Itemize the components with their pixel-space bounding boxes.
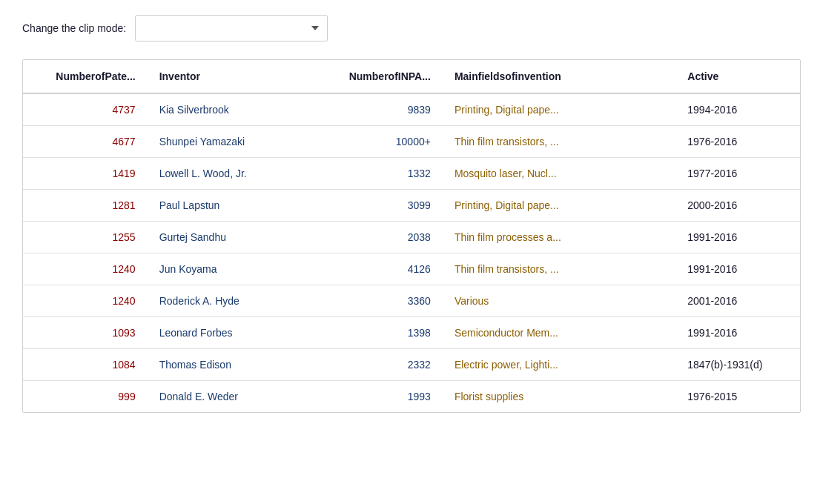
- cell-active: 1976-2016: [675, 126, 800, 158]
- table-body: 4737Kia Silverbrook9839Printing, Digital…: [23, 93, 800, 412]
- table-row: 1281Paul Lapstun3099Printing, Digital pa…: [23, 190, 800, 222]
- clip-mode-select-wrapper: [135, 15, 328, 42]
- cell-num-patents: 1240: [23, 253, 148, 285]
- cell-active: 1991-2016: [675, 317, 800, 349]
- cell-fields: Thin film processes a...: [443, 222, 675, 253]
- cell-inventor: Gurtej Sandhu: [148, 222, 303, 253]
- cell-fields: Printing, Digital pape...: [443, 93, 675, 126]
- table-row: 4677Shunpei Yamazaki10000+Thin film tran…: [23, 126, 800, 158]
- cell-num-inpa: 1332: [303, 158, 443, 190]
- cell-active: 1994-2016: [675, 93, 800, 126]
- cell-inventor: Lowell L. Wood, Jr.: [148, 158, 303, 190]
- col-header-fields: Mainfieldsofinvention: [443, 60, 675, 93]
- table-row: 1240Roderick A. Hyde3360Various2001-2016: [23, 285, 800, 317]
- cell-inventor: Paul Lapstun: [148, 190, 303, 222]
- cell-fields: Florist supplies: [443, 381, 675, 413]
- col-header-active: Active: [675, 60, 800, 93]
- data-table-container: NumberofPate... Inventor NumberofINPA...…: [22, 59, 801, 413]
- table-row: 1419Lowell L. Wood, Jr.1332Mosquito lase…: [23, 158, 800, 190]
- cell-num-inpa: 4126: [303, 253, 443, 285]
- cell-num-patents: 1093: [23, 317, 148, 349]
- cell-active: 1991-2016: [675, 222, 800, 253]
- cell-inventor: Roderick A. Hyde: [148, 285, 303, 317]
- cell-num-inpa: 2332: [303, 349, 443, 381]
- cell-active: 1977-2016: [675, 158, 800, 190]
- table-row: 999Donald E. Weder1993Florist supplies19…: [23, 381, 800, 413]
- cell-active: 1976-2015: [675, 381, 800, 413]
- cell-fields: Semiconductor Mem...: [443, 317, 675, 349]
- clip-mode-label: Change the clip mode:: [22, 22, 126, 34]
- inventors-table: NumberofPate... Inventor NumberofINPA...…: [23, 60, 800, 412]
- table-row: 1240Jun Koyama4126Thin film transistors,…: [23, 253, 800, 285]
- cell-num-patents: 999: [23, 381, 148, 413]
- cell-inventor: Jun Koyama: [148, 253, 303, 285]
- cell-num-inpa: 3099: [303, 190, 443, 222]
- table-row: 4737Kia Silverbrook9839Printing, Digital…: [23, 93, 800, 126]
- cell-active: 2001-2016: [675, 285, 800, 317]
- cell-inventor: Shunpei Yamazaki: [148, 126, 303, 158]
- cell-num-patents: 1240: [23, 285, 148, 317]
- cell-active: 1991-2016: [675, 253, 800, 285]
- cell-num-inpa: 1993: [303, 381, 443, 413]
- table-row: 1084Thomas Edison2332Electric power, Lig…: [23, 349, 800, 381]
- clip-mode-select[interactable]: [135, 15, 328, 42]
- col-header-inventor: Inventor: [148, 60, 303, 93]
- cell-num-patents: 1084: [23, 349, 148, 381]
- cell-inventor: Leonard Forbes: [148, 317, 303, 349]
- table-row: 1255Gurtej Sandhu2038Thin film processes…: [23, 222, 800, 253]
- cell-fields: Various: [443, 285, 675, 317]
- cell-fields: Thin film transistors, ...: [443, 253, 675, 285]
- cell-num-patents: 4737: [23, 93, 148, 126]
- cell-active: 1847(b)-1931(d): [675, 349, 800, 381]
- cell-num-patents: 1281: [23, 190, 148, 222]
- cell-num-patents: 1255: [23, 222, 148, 253]
- cell-inventor: Thomas Edison: [148, 349, 303, 381]
- cell-fields: Mosquito laser, Nucl...: [443, 158, 675, 190]
- cell-fields: Thin film transistors, ...: [443, 126, 675, 158]
- cell-num-inpa: 1398: [303, 317, 443, 349]
- cell-num-patents: 1419: [23, 158, 148, 190]
- table-row: 1093Leonard Forbes1398Semiconductor Mem.…: [23, 317, 800, 349]
- cell-num-patents: 4677: [23, 126, 148, 158]
- cell-inventor: Kia Silverbrook: [148, 93, 303, 126]
- cell-num-inpa: 3360: [303, 285, 443, 317]
- cell-active: 2000-2016: [675, 190, 800, 222]
- cell-inventor: Donald E. Weder: [148, 381, 303, 413]
- col-header-num-patents: NumberofPate...: [23, 60, 148, 93]
- cell-fields: Printing, Digital pape...: [443, 190, 675, 222]
- table-header-row: NumberofPate... Inventor NumberofINPA...…: [23, 60, 800, 93]
- cell-num-inpa: 2038: [303, 222, 443, 253]
- col-header-num-inpa: NumberofINPA...: [303, 60, 443, 93]
- cell-num-inpa: 9839: [303, 93, 443, 126]
- cell-fields: Electric power, Lighti...: [443, 349, 675, 381]
- cell-num-inpa: 10000+: [303, 126, 443, 158]
